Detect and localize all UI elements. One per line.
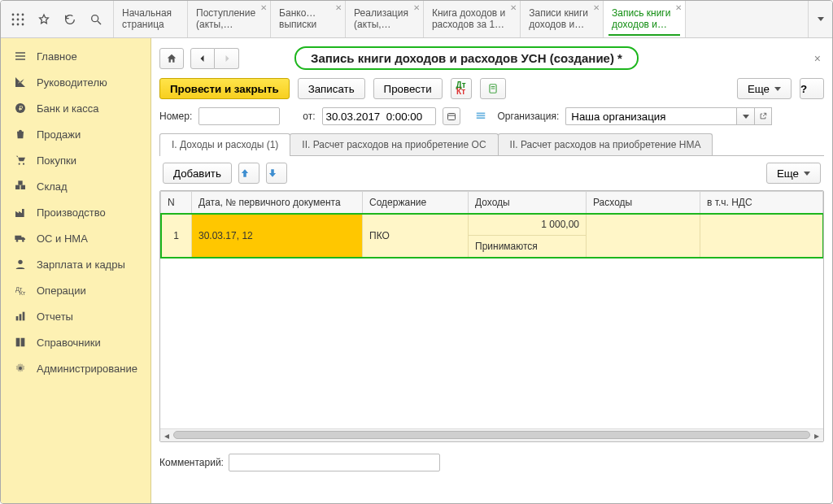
tabs-overflow-icon[interactable] — [808, 1, 832, 37]
sidebar-item-label: Справочники — [37, 337, 101, 348]
search-icon[interactable] — [84, 7, 108, 32]
svg-point-6 — [12, 23, 15, 25]
tab-close-icon[interactable]: ✕ — [593, 4, 600, 12]
book-icon — [14, 336, 27, 349]
apps-grid-icon[interactable] — [6, 7, 30, 32]
nav-sidebar: ГлавноеРуководителю₽Банк и кассаПродажиП… — [1, 38, 151, 504]
calendar-button[interactable] — [443, 107, 460, 125]
col-expense[interactable]: Расходы — [587, 192, 700, 214]
svg-point-5 — [22, 18, 24, 20]
window-tab[interactable]: Банко…выписки✕ — [271, 1, 346, 37]
cell-content[interactable]: ПКО — [363, 214, 469, 258]
add-row-button[interactable]: Добавить — [163, 163, 232, 184]
svg-point-14 — [23, 163, 24, 165]
sidebar-item[interactable]: Отчеты — [1, 303, 150, 329]
sidebar-item[interactable]: Склад — [1, 173, 150, 199]
bag-icon — [14, 128, 27, 141]
sidebar-item[interactable]: Покупки — [1, 147, 150, 173]
svg-rect-17 — [18, 180, 22, 185]
sidebar-item[interactable]: Производство — [1, 199, 150, 225]
sidebar-item-label: Производство — [37, 207, 106, 218]
sidebar-item[interactable]: ОС и НМА — [1, 225, 150, 251]
comment-input[interactable] — [229, 454, 440, 471]
tab-close-icon[interactable]: ✕ — [413, 4, 420, 12]
close-form-button[interactable]: × — [811, 49, 824, 68]
col-income[interactable]: Доходы — [469, 192, 587, 214]
svg-line-10 — [98, 21, 101, 24]
tab-close-icon[interactable]: ✕ — [510, 4, 517, 12]
sidebar-item[interactable]: Главное — [1, 43, 150, 69]
window-tab[interactable]: Начальнаястраница — [113, 1, 188, 37]
post-button[interactable]: Провести — [373, 78, 443, 99]
dtkt-button[interactable]: ДтКт — [451, 78, 472, 99]
col-n[interactable]: N — [161, 192, 192, 214]
window-tab[interactable]: Поступление(акты,…✕ — [188, 1, 271, 37]
number-label: Номер: — [159, 111, 192, 122]
more-button[interactable]: Еще — [737, 78, 792, 99]
sidebar-item-label: Банк и касса — [37, 103, 99, 114]
truck-icon — [14, 232, 27, 245]
svg-point-3 — [12, 18, 15, 20]
grid-more-button[interactable]: Еще — [766, 163, 821, 184]
svg-rect-30 — [447, 114, 455, 120]
section-tab[interactable]: II. Расчет расходов на приобретение ОС — [290, 133, 498, 155]
cell-income-accepted[interactable]: Принимаются — [469, 236, 587, 258]
cell-date-doc[interactable]: 30.03.17, 12 — [192, 214, 363, 258]
tab-close-icon[interactable]: ✕ — [260, 4, 267, 12]
help-button[interactable]: ? — [800, 78, 824, 99]
table-row[interactable]: 1 30.03.17, 12 ПКО 1 000,00 Принимаются — [161, 214, 823, 258]
ruble-icon: ₽ — [14, 102, 27, 115]
grid-hscrollbar[interactable]: ◂▸ — [160, 428, 823, 441]
nav-forward-button[interactable] — [215, 48, 239, 69]
ops-icon: ДтКт — [14, 284, 27, 297]
section-tab[interactable]: I. Доходы и расходы (1) — [159, 133, 290, 155]
tab-close-icon[interactable]: ✕ — [335, 4, 342, 12]
section-tabs: I. Доходы и расходы (1)II. Расчет расход… — [159, 133, 824, 156]
write-button[interactable]: Записать — [298, 78, 365, 99]
from-label: от: — [303, 111, 315, 122]
svg-rect-25 — [23, 312, 25, 321]
sidebar-item[interactable]: Продажи — [1, 121, 150, 147]
factory-icon — [14, 206, 27, 219]
cell-expense[interactable] — [587, 214, 700, 258]
sidebar-item-label: Отчеты — [37, 311, 73, 322]
tab-close-icon[interactable]: ✕ — [675, 4, 682, 12]
history-icon[interactable] — [58, 7, 82, 32]
cell-income[interactable]: 1 000,00 — [469, 214, 587, 236]
org-input[interactable] — [565, 107, 736, 125]
home-button[interactable] — [159, 48, 184, 69]
move-down-button[interactable] — [266, 163, 287, 184]
sidebar-item[interactable]: ₽Банк и касса — [1, 95, 150, 121]
window-tab[interactable]: Реализация(акты,…✕ — [346, 1, 424, 37]
nav-back-button[interactable] — [190, 48, 215, 69]
cell-n[interactable]: 1 — [161, 214, 192, 258]
post-and-close-button[interactable]: Провести и закрыть — [159, 78, 290, 99]
report-icon — [14, 310, 27, 323]
sidebar-item[interactable]: Администрирование — [1, 355, 150, 381]
attach-button[interactable] — [480, 78, 506, 99]
person-icon — [14, 258, 27, 271]
col-date-doc[interactable]: Дата, № первичного документа — [192, 192, 363, 214]
date-input[interactable] — [322, 107, 436, 125]
number-input[interactable] — [198, 107, 280, 125]
sidebar-item[interactable]: Зарплата и кадры — [1, 251, 150, 277]
menu-icon — [14, 50, 27, 63]
move-up-button[interactable] — [238, 163, 259, 184]
col-vat[interactable]: в т.ч. НДС — [700, 192, 823, 214]
org-dropdown-button[interactable] — [736, 107, 754, 125]
col-content[interactable]: Содержание — [363, 192, 469, 214]
cell-vat[interactable] — [700, 214, 823, 258]
org-open-button[interactable] — [754, 107, 772, 125]
window-tab[interactable]: Запись книгидоходов и…✕ — [604, 1, 686, 37]
favorite-star-icon[interactable] — [32, 7, 56, 32]
section-tab[interactable]: II. Расчет расходов на приобретение НМА — [498, 133, 713, 155]
grid-empty-area — [160, 258, 823, 428]
sidebar-item[interactable]: ДтКтОперации — [1, 277, 150, 303]
window-tab[interactable]: Книга доходов ирасходов за 1…✕ — [424, 1, 521, 37]
sidebar-item[interactable]: Руководителю — [1, 69, 150, 95]
sidebar-item[interactable]: Справочники — [1, 329, 150, 355]
window-tab[interactable]: Записи книгидоходов и…✕ — [521, 1, 604, 37]
svg-point-8 — [22, 23, 24, 25]
svg-point-20 — [18, 260, 22, 264]
sidebar-item-label: Руководителю — [37, 77, 107, 88]
